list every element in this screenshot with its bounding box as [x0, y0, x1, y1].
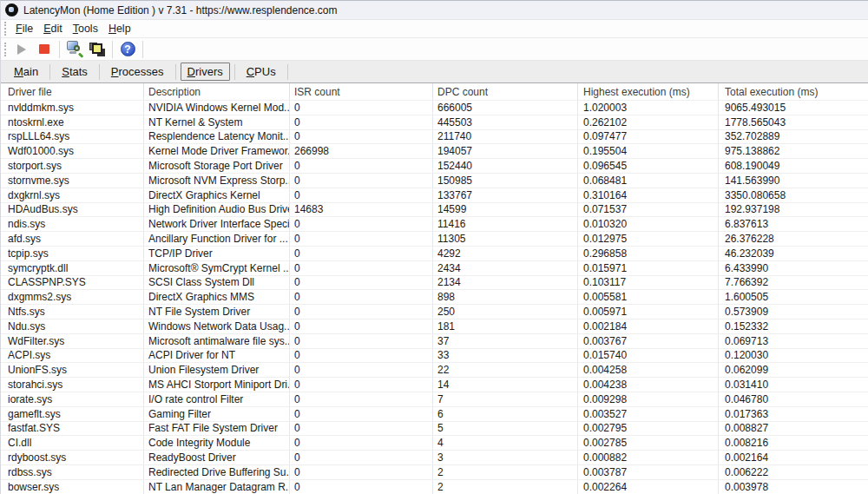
cell-isr-count: 0	[290, 465, 433, 479]
menu-gripper[interactable]	[4, 22, 7, 36]
table-row[interactable]: CLASSPNP.SYS SCSI Class System Dll 0 213…	[1, 275, 868, 290]
cell-isr-count: 0	[290, 436, 433, 450]
column-header-driver-file[interactable]: Driver file	[1, 83, 144, 100]
tab-drivers[interactable]: Drivers	[181, 63, 230, 81]
cell-total-execution: 0.031410	[719, 378, 868, 392]
title-bar[interactable]: LatencyMon (Home Edition ) v 7.31 - http…	[1, 1, 868, 20]
cell-isr-count: 0	[290, 188, 433, 202]
menu-tools[interactable]: Tools	[68, 21, 103, 36]
menu-edit[interactable]: Edit	[38, 21, 68, 36]
cell-highest-execution: 0.012975	[578, 232, 719, 246]
tab-separator	[287, 64, 288, 80]
table-row[interactable]: stornvme.sys Microsoft NVM Express Storp…	[1, 173, 868, 188]
table-row[interactable]: dxgmms2.sys DirectX Graphics MMS 0 898 0…	[1, 289, 868, 304]
table-row[interactable]: ndis.sys Network Driver Interface Speci.…	[1, 216, 868, 231]
cell-dpc-count: 181	[433, 319, 578, 333]
cell-isr-count: 0	[290, 174, 433, 188]
table-row[interactable]: CI.dll Code Integrity Module 0 4 0.00278…	[1, 435, 868, 450]
cell-total-execution: 46.232039	[719, 247, 868, 260]
table-row[interactable]: tcpip.sys TCP/IP Driver 0 4292 0.296858 …	[1, 246, 868, 260]
cell-highest-execution: 0.002795	[578, 422, 719, 436]
cell-isr-count: 0	[290, 422, 433, 436]
cell-driver-file: Wdf01000.sys	[1, 144, 144, 158]
table-row[interactable]: gameflt.sys Gaming Filter 0 6 0.003527 0…	[1, 406, 868, 421]
column-header-total-execution[interactable]: Total execution (ms)	[719, 83, 868, 100]
cell-total-execution: 7.766392	[719, 276, 868, 290]
cell-dpc-count: 22	[433, 363, 578, 377]
table-row[interactable]: iorate.sys I/O rate control Filter 0 7 0…	[1, 392, 868, 406]
cell-highest-execution: 0.002264	[578, 480, 719, 494]
window-title: LatencyMon (Home Edition ) v 7.31 - http…	[23, 4, 338, 16]
cell-description: Network Driver Interface Speci...	[144, 217, 290, 231]
table-row[interactable]: ACPI.sys ACPI Driver for NT 0 33 0.01574…	[1, 348, 868, 363]
table-row[interactable]: Ndu.sys Windows Network Data Usag... 0 1…	[1, 319, 868, 333]
tab-separator	[175, 64, 176, 80]
table-row[interactable]: rdyboost.sys ReadyBoost Driver 0 3 0.000…	[1, 450, 868, 464]
table-row[interactable]: rspLLL64.sys Resplendence Latency Monit.…	[1, 129, 868, 144]
table-row[interactable]: Ntfs.sys NT File System Driver 0 250 0.0…	[1, 304, 868, 319]
cell-driver-file: rdyboost.sys	[1, 451, 144, 464]
cell-highest-execution: 0.310164	[578, 188, 719, 202]
table-row[interactable]: UnionFS.sys Union Filesystem Driver 0 22…	[1, 362, 868, 377]
cell-description: Fast FAT File System Driver	[144, 422, 290, 436]
tab-strip: Main Stats Processes Drivers CPUs	[1, 61, 868, 83]
tab-processes[interactable]: Processes	[100, 63, 175, 81]
table-row[interactable]: rdbss.sys Redirected Drive Buffering Su.…	[1, 464, 868, 479]
table-row[interactable]: storport.sys Microsoft Storage Port Driv…	[1, 158, 868, 173]
cell-total-execution: 0.003978	[719, 480, 868, 494]
tab-stats[interactable]: Stats	[50, 63, 99, 81]
help-button[interactable]: ?	[117, 40, 138, 59]
table-row[interactable]: ntoskrnl.exe NT Kernel & System 0 445503…	[1, 115, 868, 129]
table-row[interactable]: bowser.sys NT Lan Manager Datagram R... …	[1, 479, 868, 494]
table-row[interactable]: afd.sys Ancillary Function Driver for ..…	[1, 231, 868, 246]
cell-isr-count: 0	[290, 451, 433, 464]
column-header-description[interactable]: Description	[144, 83, 290, 100]
report-button[interactable]	[87, 40, 108, 59]
start-monitor-button[interactable]	[11, 40, 32, 59]
cell-isr-count: 0	[290, 261, 433, 275]
table-row[interactable]: HDAudBus.sys High Definition Audio Bus D…	[1, 202, 868, 217]
table-row[interactable]: nvlddmkm.sys NVIDIA Windows Kernel Mod..…	[1, 100, 868, 115]
table-row[interactable]: fastfat.SYS Fast FAT File System Driver …	[1, 421, 868, 436]
cell-isr-count: 0	[290, 392, 433, 406]
tab-main[interactable]: Main	[3, 63, 49, 81]
cell-dpc-count: 2134	[433, 276, 578, 290]
cell-description: Ancillary Function Driver for ...	[144, 232, 290, 246]
column-header-dpc-count[interactable]: DPC count	[433, 83, 578, 100]
menu-help[interactable]: Help	[103, 21, 136, 36]
cell-highest-execution: 0.005971	[578, 305, 719, 319]
column-header-highest-execution[interactable]: Highest execution (ms)	[578, 83, 719, 100]
cell-highest-execution: 0.096545	[578, 159, 719, 173]
table-row[interactable]: WdFilter.sys Microsoft antimalware file …	[1, 333, 868, 348]
cell-total-execution: 608.190049	[719, 159, 868, 173]
stop-monitor-button[interactable]	[34, 40, 55, 59]
toolbar-separator	[112, 41, 113, 58]
table-row[interactable]: symcryptk.dll Microsoft® SymCrypt Kernel…	[1, 260, 868, 275]
cell-total-execution: 1778.565043	[719, 115, 868, 129]
cell-description: Windows Network Data Usag...	[144, 319, 290, 333]
cell-isr-count: 0	[290, 130, 433, 144]
table-row[interactable]: Wdf01000.sys Kernel Mode Driver Framewor…	[1, 143, 868, 158]
cell-dpc-count: 5	[433, 422, 578, 436]
cell-highest-execution: 0.002184	[578, 319, 719, 333]
cell-isr-count: 14683	[290, 203, 433, 217]
cell-dpc-count: 14599	[433, 203, 578, 217]
table-row[interactable]: dxgkrnl.sys DirectX Graphics Kernel 0 13…	[1, 188, 868, 202]
cell-description: ReadyBoost Driver	[144, 451, 290, 464]
column-header-isr-count[interactable]: ISR count	[290, 83, 433, 100]
analyze-button[interactable]	[64, 40, 85, 59]
cell-total-execution: 0.002164	[719, 451, 868, 464]
cell-dpc-count: 250	[433, 305, 578, 319]
menu-file[interactable]: File	[10, 21, 38, 36]
cell-driver-file: afd.sys	[1, 232, 144, 246]
menu-bar: File Edit Tools Help	[1, 20, 868, 38]
cell-highest-execution: 0.097477	[578, 130, 719, 144]
cell-total-execution: 1.600505	[719, 290, 868, 304]
toolbar-gripper[interactable]	[4, 43, 7, 56]
cell-isr-count: 0	[290, 334, 433, 348]
tab-cpus[interactable]: CPUs	[235, 63, 287, 81]
help-icon: ?	[121, 42, 135, 56]
table-row[interactable]: storahci.sys MS AHCI Storport Miniport D…	[1, 377, 868, 392]
cell-dpc-count: 4	[433, 436, 578, 450]
cell-isr-count: 0	[290, 276, 433, 290]
